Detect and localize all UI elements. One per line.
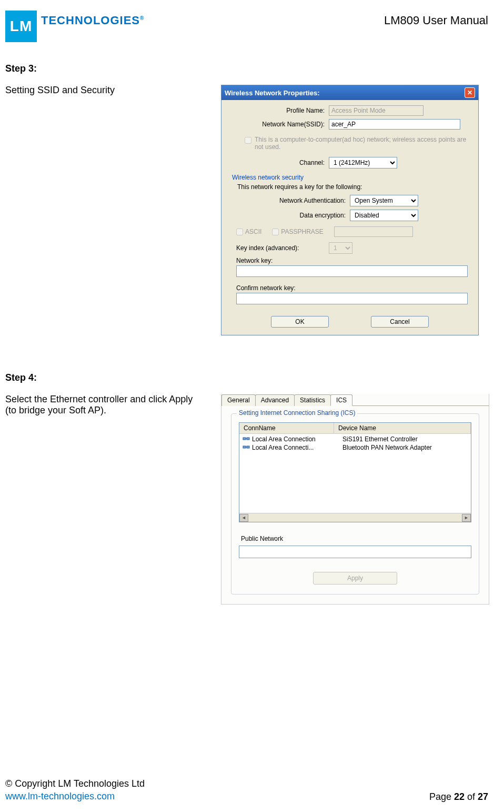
page-number: Page 22 of 27 xyxy=(429,791,488,803)
adhoc-text: This is a computer-to-computer(ad hoc) n… xyxy=(255,136,471,151)
conn-name: Local Area Connecti... xyxy=(252,444,342,451)
public-network-label: Public Network xyxy=(241,535,471,542)
passphrase-box xyxy=(334,226,413,237)
svg-rect-3 xyxy=(243,446,246,448)
conn-name: Local Area Connection xyxy=(252,435,342,443)
footer-link[interactable]: www.lm-technologies.com xyxy=(5,790,145,803)
ascii-checkbox xyxy=(236,229,243,235)
svg-rect-0 xyxy=(243,438,246,440)
ok-button[interactable]: OK xyxy=(271,316,329,328)
ssid-label: Network Name(SSID): xyxy=(229,121,329,128)
connection-list[interactable]: ConnName Device Name Local Area Connecti… xyxy=(239,422,471,522)
key-index-select: 1 xyxy=(329,242,352,254)
logo-mark: LM xyxy=(5,11,37,42)
device-name: SiS191 Ethernet Controller xyxy=(342,435,418,443)
svg-rect-4 xyxy=(247,446,249,448)
network-key-input[interactable] xyxy=(236,265,468,277)
step4-heading: Step 4: xyxy=(5,372,499,383)
page-footer: © Copyright LM Technologies Ltd www.lm-t… xyxy=(5,778,488,803)
step3-text: Setting SSID and Security xyxy=(5,85,205,96)
passphrase-checkbox xyxy=(272,229,279,235)
document-title: LM809 User Manual xyxy=(384,11,488,27)
wireless-properties-dialog: Wireless Network Properties: ✕ Profile N… xyxy=(221,85,479,335)
svg-rect-1 xyxy=(247,438,249,440)
logo-brand: TECHNOLOGIES® xyxy=(41,11,144,27)
ics-panel: General Advanced Statistics ICS Setting … xyxy=(221,394,489,605)
confirm-key-input[interactable] xyxy=(236,293,468,304)
col-device-name: Device Name xyxy=(334,423,471,433)
cancel-button[interactable]: Cancel xyxy=(371,316,429,328)
horizontal-scrollbar[interactable]: ◄ ► xyxy=(239,513,471,522)
auth-label: Network Authentication: xyxy=(255,197,350,204)
security-text: This network requires a key for the foll… xyxy=(237,183,471,191)
tab-statistics[interactable]: Statistics xyxy=(294,394,331,406)
scroll-left-icon[interactable]: ◄ xyxy=(239,514,248,522)
passphrase-checkbox-label: PASSPHRASE xyxy=(272,228,323,235)
scroll-right-icon[interactable]: ► xyxy=(462,514,471,522)
page-header: LM TECHNOLOGIES® LM809 User Manual xyxy=(5,5,499,42)
list-item[interactable]: Local Area Connecti... Bluetooth PAN Net… xyxy=(239,443,471,452)
tab-ics[interactable]: ICS xyxy=(330,394,352,406)
tab-advanced[interactable]: Advanced xyxy=(255,394,295,406)
device-name: Bluetooth PAN Network Adapter xyxy=(342,444,432,451)
ascii-checkbox-label: ASCII xyxy=(236,228,261,235)
network-icon xyxy=(243,444,250,451)
dialog-title-bar: Wireless Network Properties: ✕ xyxy=(221,85,478,100)
tab-strip: General Advanced Statistics ICS xyxy=(221,394,489,406)
step4-text: Select the Ethernet controller and click… xyxy=(5,394,205,416)
auth-select[interactable]: Open System xyxy=(350,195,418,206)
ics-fieldset: Setting Internet Connection Sharing (ICS… xyxy=(231,413,479,595)
tab-general[interactable]: General xyxy=(221,394,256,406)
close-icon[interactable]: ✕ xyxy=(465,87,475,98)
enc-select[interactable]: Disabled xyxy=(350,210,418,221)
confirm-key-label: Confirm network key: xyxy=(236,284,471,292)
ics-legend: Setting Internet Connection Sharing (ICS… xyxy=(237,409,357,417)
ssid-input[interactable] xyxy=(329,119,460,130)
adhoc-checkbox xyxy=(245,137,251,144)
logo: LM TECHNOLOGIES® xyxy=(5,11,144,42)
channel-select[interactable]: 1 (2412MHz) xyxy=(329,157,397,169)
list-item[interactable]: Local Area Connection SiS191 Ethernet Co… xyxy=(239,435,471,443)
network-key-label: Network key: xyxy=(236,257,471,264)
step3-heading: Step 3: xyxy=(5,63,499,74)
apply-button[interactable]: Apply xyxy=(313,572,397,585)
dialog-title: Wireless Network Properties: xyxy=(225,89,320,97)
col-conn-name: ConnName xyxy=(239,423,334,433)
copyright-text: © Copyright LM Technologies Ltd xyxy=(5,778,145,790)
key-index-label: Key index (advanced): xyxy=(229,244,329,252)
channel-label: Channel: xyxy=(229,159,329,166)
enc-label: Data encryption: xyxy=(255,212,350,219)
public-network-box[interactable] xyxy=(239,546,471,558)
network-icon xyxy=(243,436,250,442)
security-heading: Wireless network security xyxy=(232,174,471,181)
profile-name-input xyxy=(329,105,424,116)
profile-name-label: Profile Name: xyxy=(229,107,329,114)
